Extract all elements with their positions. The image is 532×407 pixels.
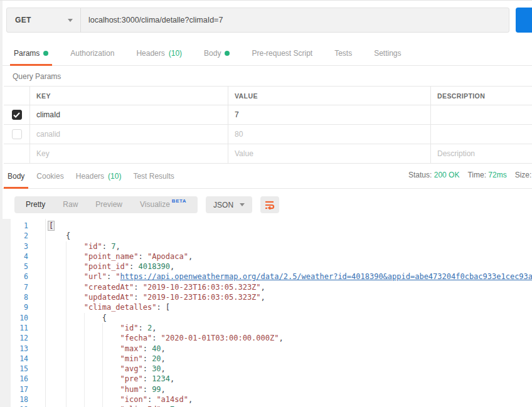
param-value-field[interactable]: 7 (228, 105, 431, 124)
indent-guide (84, 333, 102, 343)
tab-label: Headers (136, 49, 164, 58)
indent-guide (66, 251, 84, 262)
param-checkbox-checked[interactable] (12, 110, 22, 120)
view-mode-pretty[interactable]: Pretty (17, 196, 54, 213)
indent-guide (48, 344, 66, 354)
code-line: 8 "updatedAt": "2019-10-23T16:03:05.323Z… (0, 292, 532, 302)
tab-headers[interactable]: Headers(10) (135, 49, 183, 65)
response-tab-cookies[interactable]: Cookies (35, 172, 65, 188)
code-line: 18 "icon": "a14sd", (0, 394, 532, 404)
code-line-content: "icon": "a14sd", (46, 394, 193, 404)
code-line: 3 "id": 7, (0, 241, 532, 251)
line-number: 16 (0, 374, 46, 384)
view-mode-raw[interactable]: Raw (54, 196, 87, 213)
indent-guide (48, 333, 66, 343)
value-input[interactable]: Value (228, 144, 431, 163)
wrap-text-icon[interactable] (260, 196, 279, 213)
response-tab-test-results[interactable]: Test Results (132, 172, 175, 188)
indent-guide (48, 364, 66, 374)
param-description-field[interactable] (431, 105, 532, 124)
code-token-p: : (129, 262, 138, 271)
response-body-viewer[interactable]: 1[2 {3 "id": 7,4 "point_name": "Apodaca"… (0, 219, 532, 407)
code-line-content: "avg": 30, (46, 364, 166, 374)
indent-guide (102, 344, 120, 354)
tab-params[interactable]: Params (13, 49, 50, 65)
view-mode-visualize[interactable]: VisualizeBETA (131, 196, 195, 213)
indent-guide (66, 272, 84, 282)
indent-guide (84, 313, 102, 323)
code-line: 17 "hum": 99, (0, 384, 532, 394)
code-token-key: "icon" (120, 395, 147, 404)
response-tab-body[interactable]: Body (6, 172, 26, 188)
code-token-num: 4018390 (138, 262, 170, 271)
table-header-row: KEY VALUE DESCRIPTION (4, 87, 532, 105)
code-token-p: , (188, 395, 193, 404)
indent-guide (84, 374, 102, 384)
send-button[interactable]: Send (516, 8, 532, 33)
code-line-content: "url": "https://api.openweathermap.org/d… (46, 272, 532, 282)
code-line: 9 "clima_detalles": [ (0, 302, 532, 312)
tab-tests[interactable]: Tests (333, 49, 353, 65)
param-value-field[interactable]: 80 (228, 125, 431, 144)
method-select[interactable]: GET (7, 8, 81, 32)
code-line: 13 "max": 40, (0, 344, 532, 354)
description-input[interactable]: Description (431, 144, 532, 163)
indent-guide (66, 374, 84, 384)
code-line: 19 "climaId": 7, (0, 404, 532, 407)
indent-guide (48, 292, 66, 302)
code-line: 4 "point_name": "Apodaca", (0, 251, 532, 262)
line-number: 4 (0, 251, 46, 262)
line-number: 9 (0, 302, 46, 312)
line-number: 13 (0, 344, 46, 354)
code-token-p: , (161, 344, 166, 353)
param-key-field[interactable]: climaId (30, 105, 228, 124)
indent-guide (48, 323, 66, 333)
code-token-p: : (143, 385, 152, 394)
code-token-p: : (143, 354, 152, 363)
indent-guide (84, 394, 102, 404)
code-token-key: "url" (84, 272, 107, 281)
param-checkbox-unchecked[interactable] (12, 129, 22, 139)
view-mode-label: Preview (95, 196, 122, 213)
format-label: JSON (213, 201, 233, 209)
code-token-p: { (66, 231, 70, 240)
code-token-key: "updatedAt" (84, 293, 134, 302)
code-token-p: , (279, 334, 283, 342)
tab-pre-request-script[interactable]: Pre-request Script (250, 49, 314, 65)
postman-request-panel: GET Send ParamsAuthorizationHeaders(10)B… (0, 0, 532, 407)
tab-body[interactable]: Body (203, 49, 231, 65)
indent-guide (102, 354, 120, 364)
indent-guide (84, 384, 102, 394)
code-token-key: "point_id" (84, 262, 129, 271)
code-token-key: "hum" (120, 385, 143, 394)
indent-guide (66, 404, 84, 407)
view-mode-preview[interactable]: Preview (87, 196, 131, 213)
tab-settings[interactable]: Settings (373, 49, 402, 65)
param-key-field[interactable]: canalid (30, 125, 228, 144)
checkbox-column-header (4, 87, 30, 105)
indent-guide (66, 394, 84, 404)
code-line-content: { (46, 231, 70, 241)
indent-guide (48, 384, 66, 394)
key-input[interactable]: Key (30, 144, 228, 163)
code-token-p: , (161, 354, 166, 363)
code-line: 14 "min": 20, (0, 354, 532, 364)
indent-guide (102, 364, 120, 374)
code-token-p: , (170, 374, 174, 383)
value-column-header: VALUE (228, 87, 431, 105)
indent-guide (102, 384, 120, 394)
code-token-key: "min" (120, 354, 143, 363)
indent-guide (48, 272, 66, 282)
tab-authorization[interactable]: Authorization (69, 49, 115, 65)
indent-guide (66, 344, 84, 354)
tab-label: Tests (334, 49, 352, 58)
line-number: 7 (0, 282, 46, 292)
format-select[interactable]: JSON (206, 196, 252, 213)
code-token-p: , (261, 283, 265, 292)
line-number: 17 (0, 384, 46, 394)
param-description-field[interactable] (431, 125, 532, 144)
url-input[interactable] (81, 8, 509, 32)
response-tab-headers[interactable]: Headers(10) (75, 172, 123, 188)
tab-label: Authorization (70, 49, 114, 58)
url-link[interactable]: https://api.openweathermap.org/data/2.5/… (120, 272, 532, 281)
